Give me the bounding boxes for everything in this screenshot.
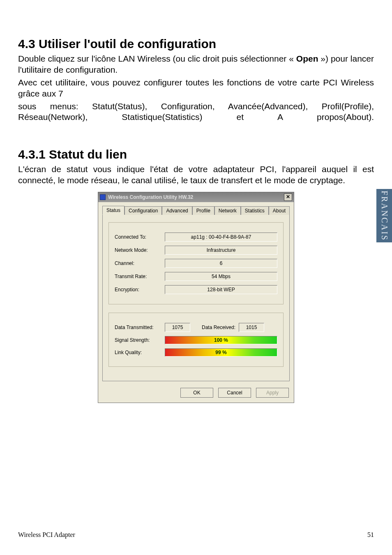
page-footer: Wireless PCI Adapter 51 [18,531,374,539]
value-channel: 6 [165,259,277,268]
value-connected-to: ap11g : 00-40-F4-B8-9A-87 [165,233,277,242]
tab-strip: Status Configuration Advanced Profile Ne… [98,202,294,214]
row-encryption: Encryption: 128-bit WEP [115,285,277,294]
ok-button[interactable]: OK [180,388,213,398]
row-link-quality: Link Quality: 99 % [115,348,277,357]
dialog-titlebar: Wireless Configuration Utility HW.32 ✕ [98,192,294,202]
label-channel: Channel: [115,260,165,266]
label-data-received: Data Received: [202,325,235,330]
label-signal-strength: Signal Strength: [115,337,165,343]
value-transmit-rate: 54 Mbps [165,272,277,281]
section-heading-4-3-1: 4.3.1 Statut du lien [18,147,374,161]
wireless-app-icon [100,194,106,200]
tab-body: Connected To: ap11g : 00-40-F4-B8-9A-87 … [102,214,290,381]
row-network-mode: Network Mode: Infrastructure [115,246,277,255]
bar-link-quality: 99 % [165,348,277,357]
apply-button: Apply [256,388,289,398]
body-paragraph: sous menus: Statut(Status), Configuratio… [18,101,374,123]
row-transmit-rate: Transmit Rate: 54 Mbps [115,272,277,281]
tab-network[interactable]: Network [214,206,241,215]
tab-status[interactable]: Status [102,206,125,215]
label-encryption: Encryption: [115,287,165,292]
close-button[interactable]: ✕ [284,193,292,201]
footer-page-number: 51 [367,531,374,539]
body-paragraph: Double cliquez sur l'icône LAN Wireless … [18,53,374,76]
row-signal-strength: Signal Strength: 100 % [115,336,277,344]
label-transmit-rate: Transmit Rate: [115,274,165,279]
config-dialog: Wireless Configuration Utility HW.32 ✕ S… [98,192,294,403]
dialog-title: Wireless Configuration Utility HW.32 [108,194,284,200]
label-connected-to: Connected To: [115,234,165,240]
row-connected-to: Connected To: ap11g : 00-40-F4-B8-9A-87 [115,233,277,242]
label-link-quality: Link Quality: [115,350,165,355]
label-data-transmitted: Data Transmitted: [115,325,165,330]
row-channel: Channel: 6 [115,259,277,268]
dialog-screenshot: Wireless Configuration Utility HW.32 ✕ S… [98,192,294,403]
footer-left: Wireless PCI Adapter [18,531,75,539]
tab-profile[interactable]: Profile [192,206,214,215]
tab-statistics[interactable]: Statistics [241,206,269,215]
text-bold-open: Open [296,54,318,63]
cancel-button[interactable]: Cancel [218,388,251,398]
stats-groupbox: Data Transmitted: 1075 Data Received: 10… [108,313,284,367]
row-data-counters: Data Transmitted: 1075 Data Received: 10… [115,323,277,332]
text-run: Double cliquez sur l'icône LAN Wireless … [18,54,296,63]
bar-signal-strength: 100 % [165,336,277,344]
value-data-transmitted: 1075 [165,323,190,332]
value-encryption: 128-bit WEP [165,285,277,294]
status-groupbox: Connected To: ap11g : 00-40-F4-B8-9A-87 … [108,222,284,304]
tab-advanced[interactable]: Advanced [162,206,192,215]
page-content: 4.3 Utiliser l'outil de configuration Do… [0,0,392,419]
body-paragraph: L'écran de statut vous indique l'état de… [18,164,374,186]
section-heading-4-3: 4.3 Utiliser l'outil de configuration [18,37,374,51]
dialog-button-row: OK Cancel Apply [98,385,294,403]
body-paragraph: Avec cet utilitaire, vous pouvez configu… [18,77,374,99]
tab-configuration[interactable]: Configuration [125,206,162,215]
tab-about[interactable]: About [269,206,290,215]
value-network-mode: Infrastructure [165,246,277,255]
label-network-mode: Network Mode: [115,247,165,253]
value-data-received: 1015 [239,323,264,332]
